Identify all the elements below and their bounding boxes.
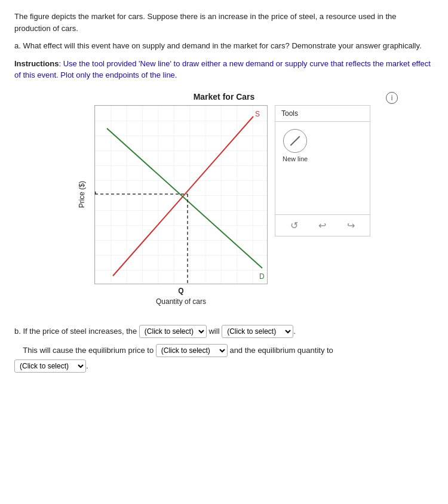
select-supply-demand[interactable]: (Click to select) supply demand — [139, 325, 207, 338]
y-axis-label: Price ($) — [78, 181, 86, 208]
intro-paragraph: The figure depicts the market for cars. … — [14, 11, 434, 34]
instructions-text: : Use the tool provided 'New line' to dr… — [14, 59, 431, 80]
part-b-prefix2: This will cause the equilibrium price to — [23, 346, 154, 355]
chart-and-tools: Price ($) S — [78, 105, 370, 306]
undo-icon[interactable]: ↺ — [290, 220, 298, 231]
back-icon[interactable]: ↩ — [318, 220, 326, 231]
part-b-prefix1: b. If the price of steel increases, the — [14, 327, 137, 336]
chart-title-row: Market for Cars i — [14, 92, 434, 102]
tools-footer: ↺ ↩ ↪ — [275, 214, 370, 236]
tools-header: Tools — [275, 106, 370, 122]
tools-panel: Tools New line ↺ ↩ ↪ — [275, 105, 370, 236]
part-b-section: b. If the price of steel increases, the … — [14, 324, 434, 374]
demand-label: D — [259, 272, 265, 281]
tools-body: New line — [275, 122, 370, 214]
new-line-label: New line — [283, 155, 308, 162]
forward-icon[interactable]: ↪ — [347, 220, 355, 231]
svg-rect-0 — [95, 106, 267, 284]
graph-grid: S D P — [95, 106, 267, 284]
instructions-paragraph: Instructions: Use the tool provided 'New… — [14, 58, 434, 81]
info-icon[interactable]: i — [386, 92, 398, 104]
p-axis-label: P — [95, 190, 96, 198]
new-line-tool[interactable]: New line — [283, 129, 308, 162]
new-line-icon-box[interactable] — [283, 129, 307, 153]
graph-container: S D P Q Quantity of — [94, 105, 268, 306]
y-axis-container: Price ($) — [78, 105, 87, 284]
line-icon — [290, 136, 300, 146]
part-b-will: will — [208, 327, 219, 336]
part-b-line1: b. If the price of steel increases, the … — [14, 324, 434, 339]
question-a: a. What effect will this event have on s… — [14, 40, 434, 52]
demand-line — [107, 128, 262, 268]
q-label: Q — [178, 287, 183, 295]
chart-title: Market for Cars — [194, 92, 255, 102]
instructions-label: Instructions — [14, 59, 59, 68]
part-b-line2: This will cause the equilibrium price to… — [14, 343, 434, 374]
select-eq-price[interactable]: (Click to select) increase decrease rema… — [156, 344, 228, 357]
supply-label: S — [255, 110, 260, 118]
quantity-of-cars-label: Quantity of cars — [156, 297, 206, 306]
select-change-direction[interactable]: (Click to select) increase decrease rema… — [222, 325, 293, 338]
supply-line — [113, 116, 253, 276]
part-b-and: and the equilibrium quantity to — [229, 346, 333, 355]
x-axis-labels: Q Quantity of cars — [156, 287, 206, 306]
graph-area[interactable]: S D P — [94, 105, 268, 284]
select-eq-quantity[interactable]: (Click to select) increase decrease rema… — [14, 359, 86, 373]
chart-section: Market for Cars i Price ($) — [14, 92, 434, 306]
